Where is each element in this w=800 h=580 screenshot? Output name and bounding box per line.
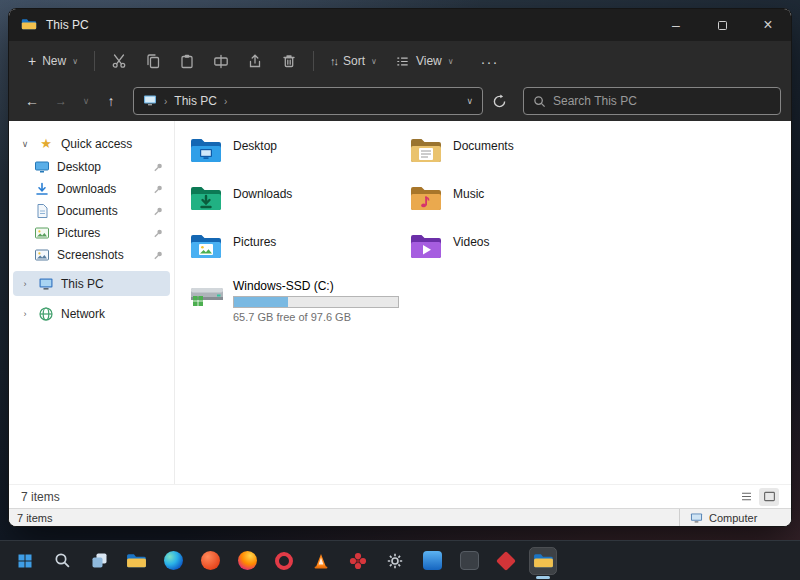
drive-icon	[189, 279, 225, 309]
maximize-button[interactable]	[699, 9, 745, 41]
folder-tile-music[interactable]: Music	[409, 183, 629, 215]
up-button[interactable]: ↑	[98, 88, 124, 114]
edge-icon[interactable]	[160, 548, 186, 574]
explorer-content: ∨ ★ Quick access Desktop	[9, 121, 791, 484]
folder-tile-desktop[interactable]: Desktop	[189, 135, 409, 167]
blue-app-logo	[423, 551, 442, 570]
sidebar-item-label: This PC	[61, 277, 104, 291]
sidebar-item-label: Quick access	[61, 137, 132, 151]
sidebar-item-this-pc[interactable]: › This PC	[13, 271, 170, 296]
sidebar-item-downloads[interactable]: Downloads	[13, 178, 170, 200]
sort-button[interactable]: ↑↓ Sort ∨	[321, 46, 386, 76]
opera-icon[interactable]	[271, 548, 297, 574]
red-app-icon[interactable]	[493, 548, 519, 574]
pin-icon	[153, 250, 164, 261]
pinwheel-app-icon[interactable]	[345, 548, 371, 574]
copy-icon	[145, 53, 161, 69]
refresh-button[interactable]	[486, 88, 512, 114]
sort-label: Sort	[343, 54, 365, 68]
videos-folder-icon	[409, 231, 443, 261]
chevron-right-icon[interactable]: ›	[19, 309, 31, 319]
sidebar-item-network[interactable]: › Network	[13, 301, 170, 326]
desktop-folder-icon	[189, 135, 223, 165]
delete-icon	[281, 53, 297, 69]
thumbnails-view-button[interactable]	[759, 488, 779, 506]
folder-label: Documents	[453, 139, 514, 153]
navigation-bar: ← → ∨ ↑ › This PC › ∨	[9, 81, 791, 121]
search-icon	[54, 552, 71, 569]
recent-locations-button[interactable]: ∨	[77, 88, 95, 114]
status-zone: Computer	[679, 509, 791, 526]
brave-icon[interactable]	[197, 548, 223, 574]
quick-access-star-icon: ★	[37, 136, 55, 151]
sidebar-item-label: Network	[61, 307, 105, 321]
minimize-button[interactable]: –	[653, 9, 699, 41]
cut-button[interactable]	[102, 46, 136, 76]
settings-icon[interactable]	[382, 548, 408, 574]
sidebar-item-desktop[interactable]: Desktop	[13, 156, 170, 178]
file-explorer-icon	[126, 552, 147, 569]
drive-label: Windows-SSD (C:)	[233, 279, 399, 293]
folder-tile-downloads[interactable]: Downloads	[189, 183, 409, 215]
computer-icon	[690, 512, 703, 524]
copy-button[interactable]	[136, 46, 170, 76]
rename-button[interactable]	[204, 46, 238, 76]
paste-button[interactable]	[170, 46, 204, 76]
address-dropdown-chevron[interactable]: ∨	[466, 96, 473, 106]
this-pc-crumb-icon	[143, 93, 157, 110]
chevron-down-icon[interactable]: ∨	[19, 139, 31, 149]
sidebar-item-label: Desktop	[57, 160, 101, 174]
view-button[interactable]: View ∨	[386, 46, 463, 76]
view-label: View	[416, 54, 442, 68]
classic-items-count: 7 items	[9, 512, 679, 524]
back-button[interactable]: ←	[19, 88, 45, 114]
details-view-button[interactable]	[736, 488, 756, 506]
start-button[interactable]	[12, 548, 38, 574]
sidebar-item-label: Pictures	[57, 226, 100, 240]
sidebar-item-pictures[interactable]: Pictures	[13, 222, 170, 244]
delete-button[interactable]	[272, 46, 306, 76]
firefox-icon[interactable]	[234, 548, 260, 574]
taskbar	[0, 540, 800, 580]
downloads-icon	[33, 181, 51, 197]
address-bar[interactable]: › This PC › ∨	[133, 87, 483, 115]
blue-app-icon[interactable]	[419, 548, 445, 574]
forward-button[interactable]: →	[48, 88, 74, 114]
search-input[interactable]	[553, 94, 771, 108]
chevron-down-icon: ∨	[72, 57, 78, 66]
breadcrumb-this-pc[interactable]: This PC	[174, 94, 217, 108]
gear-icon	[386, 552, 404, 570]
see-more-button[interactable]: ···	[473, 46, 507, 76]
downloads-folder-icon	[189, 183, 223, 213]
music-folder-icon	[409, 183, 443, 213]
taskbar-search-button[interactable]	[49, 548, 75, 574]
drive-tile-windows-ssd[interactable]: Windows-SSD (C:) 65.7 GB free of 97.6 GB	[189, 279, 791, 323]
toolbar-separator	[94, 51, 95, 71]
share-button[interactable]	[238, 46, 272, 76]
cut-icon	[111, 53, 127, 69]
close-button[interactable]: ×	[745, 9, 791, 41]
sidebar-item-quick-access[interactable]: ∨ ★ Quick access	[13, 131, 170, 156]
classic-status-bar: 7 items Computer	[9, 508, 791, 526]
chevron-right-icon[interactable]: ›	[19, 279, 31, 289]
file-explorer-open-window[interactable]	[530, 548, 556, 574]
chevron-down-icon: ∨	[448, 57, 454, 66]
items-count: 7 items	[21, 490, 60, 504]
sidebar-item-documents[interactable]: Documents	[13, 200, 170, 222]
taskbar-file-explorer-button[interactable]	[123, 548, 149, 574]
view-list-icon	[395, 54, 410, 69]
folder-tile-videos[interactable]: Videos	[409, 231, 629, 263]
refresh-icon	[492, 94, 507, 109]
pictures-icon	[33, 247, 51, 263]
task-view-button[interactable]	[86, 548, 112, 574]
folder-tile-pictures[interactable]: Pictures	[189, 231, 409, 263]
vlc-icon[interactable]	[308, 548, 334, 574]
folder-tile-documents[interactable]: Documents	[409, 135, 629, 167]
dark-app-icon[interactable]	[456, 548, 482, 574]
status-zone-label: Computer	[709, 512, 757, 524]
task-view-icon	[91, 552, 108, 569]
file-explorer-window: This PC – × + New ∨	[8, 8, 792, 527]
vlc-cone-icon	[312, 552, 330, 570]
new-button[interactable]: + New ∨	[19, 46, 87, 76]
sidebar-item-screenshots[interactable]: Screenshots	[13, 244, 170, 266]
